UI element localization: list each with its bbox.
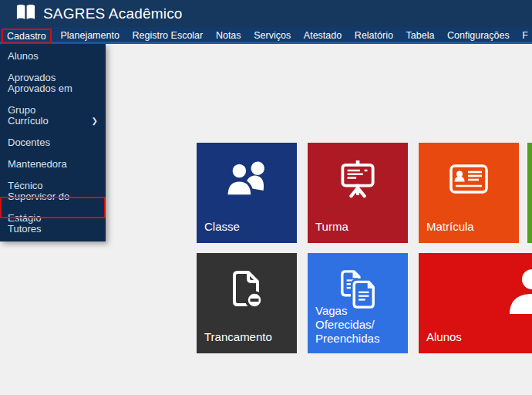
menu-cadastro[interactable]: Cadastro: [2, 29, 52, 44]
person-icon: [507, 270, 532, 312]
topbar: SAGRES Acadêmico: [0, 0, 532, 27]
tile-label-line1: Vagas Oferecidas/: [315, 304, 405, 332]
tile-classe[interactable]: Classe: [197, 143, 297, 243]
tile-vagas-oferecidas-preenchidas[interactable]: Vagas Oferecidas/ Preenchidas: [308, 253, 408, 353]
dropdown-item-aprovados-em-grupo[interactable]: Aprovados em Grupo: [0, 89, 106, 110]
tile-label: Turma: [315, 220, 405, 234]
dropdown-item-mantenedora[interactable]: Mantenedora: [0, 154, 106, 175]
dropdown-item-label: Mantenedora: [8, 154, 67, 175]
tile-turma[interactable]: Turma: [308, 143, 408, 243]
sagres-app-window: { "header": { "title": "SAGRES Acadêmico…: [0, 0, 532, 395]
presentation-board-icon: [308, 158, 408, 200]
dropdown-item-label: Currículo: [8, 110, 49, 132]
main-menubar: Cadastro Planejamento Registro Escolar N…: [0, 27, 532, 44]
dropdown-item-supervisor-de-estagio[interactable]: Supervisor de Estágio: [0, 197, 106, 218]
dropdown-item-label: Tutores: [8, 218, 42, 240]
tile-trancamento[interactable]: Trancamento: [197, 253, 297, 353]
tile-label-line2: Preenchidas: [315, 332, 405, 346]
tile-partial-right[interactable]: [527, 143, 532, 243]
chevron-right-icon: ❯: [92, 110, 98, 132]
app-logo[interactable]: SAGRES Acadêmico: [15, 3, 183, 25]
dropdown-item-docentes[interactable]: Docentes: [0, 132, 106, 154]
tile-matricula[interactable]: Matrícula: [419, 143, 519, 243]
dropdown-item-alunos[interactable]: Alunos: [0, 46, 106, 67]
tile-label: Trancamento: [204, 330, 294, 344]
tile-label: Classe: [204, 220, 294, 234]
tile-label: Alunos: [426, 330, 532, 344]
users-icon: [197, 158, 297, 200]
dropdown-item-curriculo[interactable]: Currículo ❯: [0, 110, 106, 132]
file-minus-icon: [197, 268, 297, 310]
tile-label: Vagas Oferecidas/ Preenchidas: [315, 304, 405, 346]
cadastro-dropdown-menu: Alunos Aprovados Aprovados em Grupo Curr…: [0, 44, 106, 241]
dropdown-item-label: Docentes: [8, 132, 50, 154]
dropdown-item-label: Alunos: [8, 46, 39, 67]
dropdown-item-tutores[interactable]: Tutores: [0, 218, 106, 240]
app-title: SAGRES Acadêmico: [43, 5, 183, 22]
open-book-icon: [15, 3, 36, 25]
id-card-icon: [419, 158, 519, 200]
tile-label: Matrícula: [426, 220, 516, 234]
tile-alunos[interactable]: Alunos: [419, 253, 532, 353]
